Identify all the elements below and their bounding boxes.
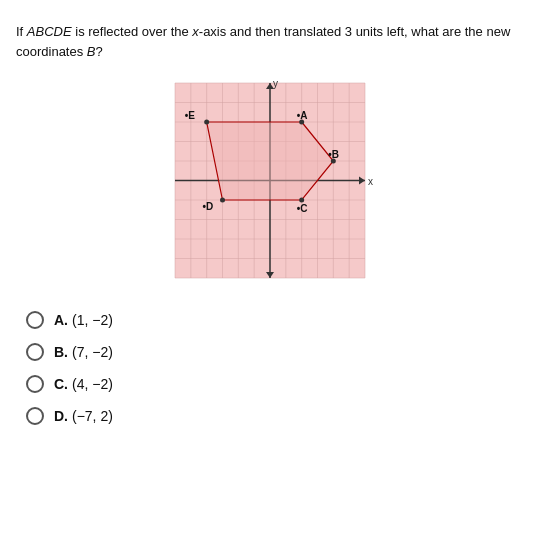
radio-circle[interactable] xyxy=(26,343,44,361)
answer-option-d[interactable]: D.(−7, 2) xyxy=(26,407,523,425)
radio-circle[interactable] xyxy=(26,311,44,329)
answer-value: (4, −2) xyxy=(72,376,113,392)
answer-value: (7, −2) xyxy=(72,344,113,360)
answers-container: A.(1, −2)B.(7, −2)C.(4, −2)D.(−7, 2) xyxy=(16,311,523,425)
answer-label: B. xyxy=(54,344,68,360)
answer-value: (−7, 2) xyxy=(72,408,113,424)
answer-label: C. xyxy=(54,376,68,392)
graph-container xyxy=(155,73,385,293)
radio-circle[interactable] xyxy=(26,407,44,425)
answer-label: D. xyxy=(54,408,68,424)
question-text: If ABCDE is reflected over the x-axis an… xyxy=(16,22,523,61)
answer-option-a[interactable]: A.(1, −2) xyxy=(26,311,523,329)
answer-value: (1, −2) xyxy=(72,312,113,328)
answer-label: A. xyxy=(54,312,68,328)
answer-option-c[interactable]: C.(4, −2) xyxy=(26,375,523,393)
radio-circle[interactable] xyxy=(26,375,44,393)
answer-option-b[interactable]: B.(7, −2) xyxy=(26,343,523,361)
